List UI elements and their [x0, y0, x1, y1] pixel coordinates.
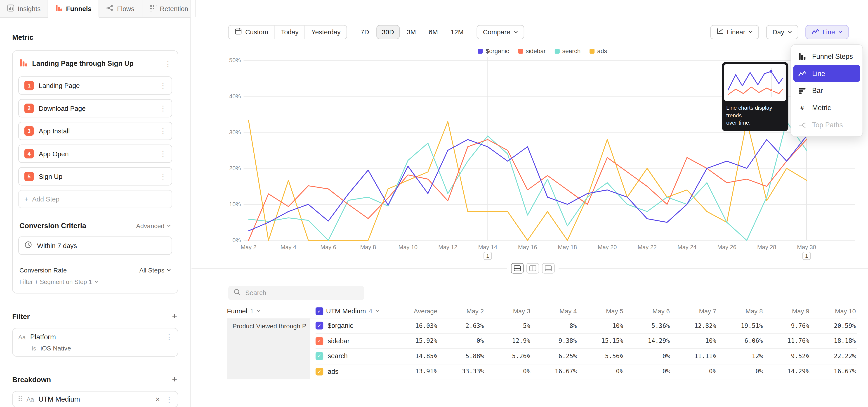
series-name: ads [328, 368, 338, 375]
filter-heading: Filter [12, 312, 30, 320]
tab-funnels[interactable]: Funnels [49, 0, 99, 18]
svg-text:1: 1 [486, 253, 489, 259]
chart-type-menu: Funnel StepsLineBar#MetricTop Paths [790, 44, 863, 137]
funnel-step-app-install[interactable]: 3App Install⋮ [18, 122, 172, 140]
chart-only-view-button[interactable] [542, 263, 555, 274]
scale-dropdown[interactable]: Linear [710, 25, 759, 39]
funnel-step-app-open[interactable]: 4App Open⋮ [18, 145, 172, 163]
search-input[interactable] [245, 289, 359, 296]
tooltip-text: Line charts display trends over time. [724, 101, 786, 129]
value-cell: 0% [624, 368, 671, 375]
drag-handle-icon[interactable] [18, 396, 22, 403]
tab-flows[interactable]: Flows [99, 0, 142, 17]
funnel-metric-header[interactable]: Landing Page through Sign Up ⋮ [18, 57, 172, 71]
kebab-menu-icon[interactable]: ⋮ [159, 127, 166, 135]
filter-property[interactable]: Platform [30, 333, 161, 341]
column-header-may-6[interactable]: May 6 [624, 308, 671, 314]
svg-text:May 18: May 18 [558, 244, 577, 250]
tab-insights[interactable]: Insights [0, 0, 49, 17]
kebab-menu-icon[interactable]: ⋮ [165, 333, 172, 341]
filter-segment-dropdown[interactable]: Filter + Segment on Step 1 [18, 279, 172, 285]
select-all-checkbox[interactable]: ✓ [315, 307, 323, 315]
svg-text:May 6: May 6 [320, 244, 336, 250]
filter-operator[interactable]: Is [32, 345, 36, 352]
legend-item-sidebar[interactable]: sidebar [518, 48, 546, 54]
series-cell[interactable]: ✓ads [315, 368, 392, 375]
compare-button[interactable]: Compare [477, 25, 524, 39]
value-cell: 16.03% [392, 322, 438, 330]
value-cell: 16.67% [531, 368, 578, 375]
date-preset-yesterday[interactable]: Yesterday [305, 26, 347, 39]
kebab-menu-icon[interactable]: ⋮ [159, 82, 166, 90]
split-horizontal-view-button[interactable] [511, 263, 524, 274]
column-header-may-8[interactable]: May 8 [717, 308, 764, 314]
tab-retention[interactable]: Retention [142, 0, 196, 17]
split-vertical-view-button[interactable] [526, 263, 539, 274]
step-label: Sign Up [39, 173, 159, 180]
menu-item-funnel-steps[interactable]: Funnel Steps [793, 48, 860, 65]
add-breakdown-button[interactable]: + [171, 375, 178, 384]
remove-breakdown-icon[interactable]: × [154, 395, 161, 404]
column-header-may-10[interactable]: May 10 [810, 308, 857, 314]
series-checkbox[interactable]: ✓ [315, 368, 323, 375]
column-header-may-5[interactable]: May 5 [578, 308, 625, 314]
value-cell: 19.51% [717, 322, 764, 330]
column-header-may-3[interactable]: May 3 [485, 308, 531, 314]
column-header-average[interactable]: Average [392, 308, 438, 314]
column-header-may-4[interactable]: May 4 [531, 308, 578, 314]
conversion-rate-dropdown[interactable]: All Steps [139, 267, 171, 273]
series-checkbox[interactable]: ✓ [315, 337, 323, 345]
chevron-down-icon [166, 269, 171, 272]
table-body: Product Viewed through P… ✓$organic16.03… [227, 318, 857, 379]
results-table: Funnel 1 ✓ UTM Medium 4 AverageMay 2May … [227, 304, 857, 379]
funnel-step-sign-up[interactable]: 5Sign Up⋮ [18, 167, 172, 186]
breakdown-property[interactable]: UTM Medium [38, 396, 150, 403]
chart-type-dropdown[interactable]: Line [805, 25, 849, 39]
kebab-menu-icon[interactable]: ⋮ [159, 172, 166, 181]
kebab-menu-icon[interactable]: ⋮ [165, 395, 172, 403]
column-header-may-2[interactable]: May 2 [438, 308, 485, 314]
table-body-rows: ✓$organic16.03%2.63%5%8%10%5.36%12.82%19… [315, 318, 857, 379]
svg-text:May 26: May 26 [717, 244, 736, 250]
range-30d[interactable]: 30D [376, 25, 399, 39]
date-preset-custom[interactable]: Custom [228, 26, 275, 39]
kebab-menu-icon[interactable]: ⋮ [164, 60, 171, 68]
app-root: Insights Funnels Flows Retention Metric … [0, 0, 868, 407]
legend-item-search[interactable]: search [555, 48, 581, 54]
granularity-dropdown[interactable]: Day [766, 25, 798, 39]
filter-value[interactable]: iOS Native [40, 345, 71, 352]
series-cell[interactable]: ✓$organic [315, 322, 392, 330]
value-cell: 33.33% [438, 368, 485, 375]
menu-item-line[interactable]: Line [793, 65, 860, 82]
funnel-step-download-page[interactable]: 2Download Page⋮ [18, 99, 172, 117]
date-preset-today[interactable]: Today [275, 26, 305, 39]
funnel-column-header[interactable]: Funnel 1 [227, 307, 315, 315]
line-chart-icon [811, 27, 819, 37]
breakdown-heading: Breakdown [12, 375, 51, 383]
series-checkbox[interactable]: ✓ [315, 322, 323, 330]
range-6m[interactable]: 6M [423, 25, 443, 39]
range-7d[interactable]: 7D [355, 25, 375, 39]
range-3m[interactable]: 3M [401, 25, 422, 39]
column-header-may-9[interactable]: May 9 [764, 308, 811, 314]
legend-item-organic[interactable]: $organic [478, 48, 509, 54]
funnel-step-landing-page[interactable]: 1Landing Page⋮ [18, 76, 172, 95]
kebab-menu-icon[interactable]: ⋮ [159, 104, 166, 113]
breakdown-column-header[interactable]: ✓ UTM Medium 4 [315, 307, 392, 315]
legend-item-ads[interactable]: ads [590, 48, 607, 54]
conversion-window-button[interactable]: Within 7 days [18, 237, 172, 255]
kebab-menu-icon[interactable]: ⋮ [159, 150, 166, 158]
column-header-may-7[interactable]: May 7 [671, 308, 717, 314]
advanced-dropdown[interactable]: Advanced [136, 222, 171, 229]
value-cell: 5.56% [578, 352, 625, 360]
funnel-group-cell[interactable]: Product Viewed through P… [227, 318, 310, 379]
breakdown-card: Aa UTM Medium × ⋮ [12, 391, 178, 407]
series-cell[interactable]: ✓search [315, 352, 392, 360]
range-12m[interactable]: 12M [445, 25, 469, 39]
menu-item-metric[interactable]: #Metric [793, 99, 860, 116]
add-step-button[interactable]: + Add Step [18, 190, 172, 208]
series-checkbox[interactable]: ✓ [315, 352, 323, 360]
series-cell[interactable]: ✓sidebar [315, 337, 392, 345]
menu-item-bar[interactable]: Bar [793, 82, 860, 99]
add-filter-button[interactable]: + [171, 312, 178, 321]
